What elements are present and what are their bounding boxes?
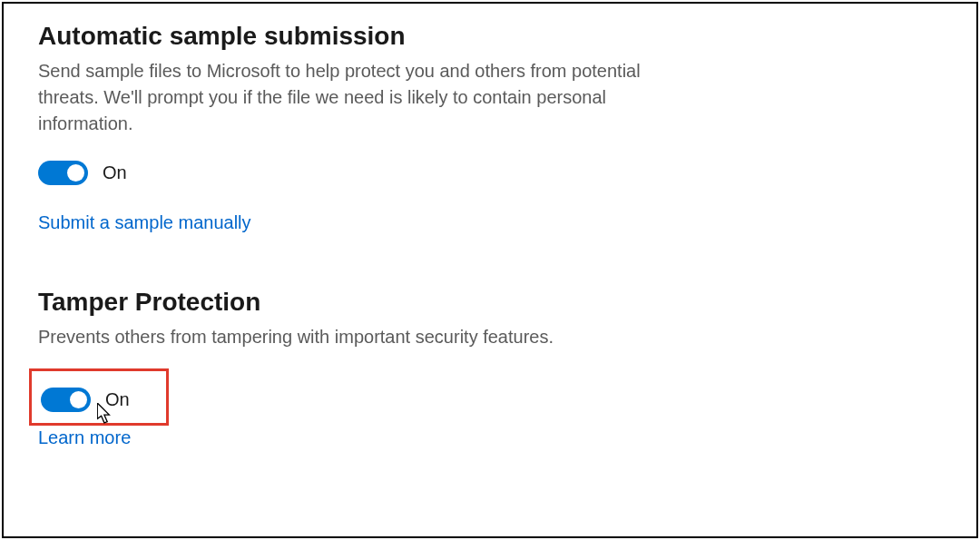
sample-submission-title: Automatic sample submission [38,22,942,51]
section-sample-submission: Automatic sample submission Send sample … [38,22,942,233]
tamper-protection-toggle[interactable] [41,388,91,412]
sample-submission-toggle-row: On [38,161,942,185]
sample-submission-description: Send sample files to Microsoft to help p… [38,58,682,137]
sample-submission-toggle[interactable] [38,161,88,185]
submit-sample-link[interactable]: Submit a sample manually [38,212,251,233]
learn-more-link[interactable]: Learn more [38,427,131,448]
sample-submission-toggle-label: On [103,162,127,183]
settings-panel: Automatic sample submission Send sample … [2,2,978,538]
tamper-protection-toggle-row: On [41,388,130,412]
tamper-protection-description: Prevents others from tampering with impo… [38,324,682,350]
tamper-protection-toggle-label: On [105,389,130,410]
tamper-toggle-highlight: On [29,368,169,426]
tamper-protection-title: Tamper Protection [38,288,942,317]
toggle-knob [67,164,84,182]
section-tamper-protection: Tamper Protection Prevents others from t… [38,288,942,448]
toggle-knob [70,391,87,408]
